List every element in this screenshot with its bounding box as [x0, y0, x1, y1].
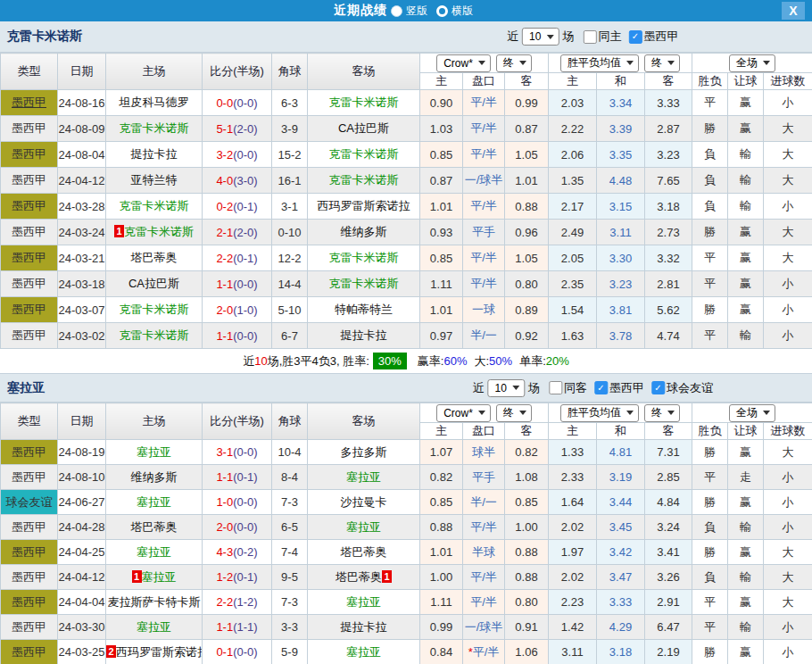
home-team-name[interactable]: 塞拉亚: [137, 620, 171, 634]
mean-odds-home: 1.64: [549, 490, 597, 515]
checkbox-checked[interactable]: ✓: [628, 30, 642, 44]
checkbox-label[interactable]: 同客: [564, 380, 587, 396]
away-team-name[interactable]: 塔巴蒂奥: [336, 570, 382, 584]
home-team-name[interactable]: 麦拉斯萨卡特卡斯: [108, 595, 201, 609]
away-team-name[interactable]: 塞拉亚: [346, 645, 381, 659]
away-team-name[interactable]: 沙拉曼卡: [341, 495, 387, 509]
home-team-name[interactable]: 维纳多斯: [131, 470, 178, 484]
away-team-name[interactable]: 塞拉亚: [346, 520, 381, 534]
away-team-name[interactable]: 克雷卡米诺斯: [329, 147, 399, 161]
home-team-name[interactable]: 克雷卡米诺斯: [120, 199, 189, 212]
mean-odds-home-value: 2.02: [561, 520, 584, 534]
league-type-cell[interactable]: 墨西甲: [1, 590, 58, 615]
mean-odds-select[interactable]: 胜平负均值: [560, 54, 639, 72]
mean-odds-home-value: 1.97: [561, 545, 584, 559]
home-team-name[interactable]: 西玛罗雷斯索诺拉: [116, 645, 203, 659]
chevron-down-icon: [667, 411, 675, 415]
checkbox-label[interactable]: 同主: [598, 29, 621, 45]
league-type-cell[interactable]: 墨西甲: [1, 640, 58, 664]
league-type-cell[interactable]: 墨西甲: [1, 271, 58, 297]
league-type-cell[interactable]: 墨西甲: [1, 565, 58, 590]
league-type-cell[interactable]: 墨西甲: [1, 116, 58, 142]
bookmaker-select[interactable]: Crow*: [436, 54, 491, 72]
home-team-name[interactable]: 提拉卡拉: [131, 147, 178, 161]
vertical-layout-label[interactable]: 竖版: [406, 4, 427, 19]
league-type-cell[interactable]: 墨西甲: [1, 465, 58, 490]
mean-odds-home: 2.35: [549, 271, 597, 297]
mean-odds-draw-value: 3.42: [609, 545, 632, 559]
league-type-cell[interactable]: 墨西甲: [1, 540, 58, 565]
home-team-name[interactable]: 克雷卡米诺斯: [120, 303, 189, 316]
fullmatch-select[interactable]: 全场: [729, 54, 775, 72]
league-type-cell[interactable]: 墨西甲: [1, 440, 58, 465]
away-team-name[interactable]: CA拉巴斯: [338, 121, 389, 135]
checkbox-checked[interactable]: ✓: [651, 381, 665, 394]
mean-odds-draw: 3.44: [597, 490, 645, 515]
mean-stage-select[interactable]: 终: [644, 54, 680, 72]
close-icon[interactable]: X: [782, 2, 805, 20]
home-team-name[interactable]: 克雷卡米诺斯: [124, 225, 194, 238]
league-type-cell[interactable]: 墨西甲: [1, 297, 58, 323]
away-team-name[interactable]: 克雷卡米诺斯: [329, 277, 399, 290]
odds-stage-select[interactable]: 终: [496, 54, 532, 72]
red-card-badge: 1: [114, 225, 124, 237]
corner-cell: 3-1: [272, 194, 308, 220]
league-type-cell[interactable]: 墨西甲: [1, 615, 58, 640]
fullmatch-select[interactable]: 全场: [729, 404, 775, 422]
league-type-cell[interactable]: 墨西甲: [1, 245, 58, 271]
away-team-name[interactable]: 塞拉亚: [346, 470, 381, 484]
match-count-select[interactable]: 10: [522, 28, 559, 46]
handicap-line: 平手: [463, 220, 505, 245]
home-team-name[interactable]: 塞拉亚: [137, 495, 171, 509]
mean-odds-home: 2.02: [549, 515, 597, 540]
checkbox-unchecked[interactable]: [549, 381, 562, 394]
away-team-name[interactable]: 克雷卡米诺斯: [329, 95, 399, 109]
home-team-name[interactable]: 克雷卡米诺斯: [120, 328, 189, 342]
league-type-cell[interactable]: 墨西甲: [1, 323, 58, 349]
league-type-cell[interactable]: 墨西甲: [1, 194, 58, 220]
checkbox-checked[interactable]: ✓: [594, 381, 608, 394]
away-team-name[interactable]: 克雷卡米诺斯: [329, 173, 399, 187]
away-team-name[interactable]: 克雷卡米诺斯: [329, 251, 399, 264]
away-team-name[interactable]: 塔巴蒂奥: [341, 545, 387, 559]
vertical-layout-radio[interactable]: [391, 5, 402, 17]
mean-stage-select[interactable]: 终: [644, 404, 680, 422]
mean-odds-draw-value: 4.48: [609, 174, 632, 187]
home-team-name[interactable]: 坦皮科马德罗: [120, 95, 189, 109]
horizontal-layout-radio[interactable]: [436, 5, 448, 17]
league-type-cell[interactable]: 球会友谊: [1, 490, 58, 515]
league-type-cell[interactable]: 墨西甲: [1, 142, 58, 168]
home-team-name[interactable]: CA拉巴斯: [128, 277, 179, 290]
checkbox-label[interactable]: 墨西甲: [643, 29, 678, 45]
home-team-name[interactable]: 塞拉亚: [142, 570, 177, 584]
home-team-name[interactable]: 塞拉亚: [137, 445, 171, 459]
league-type-cell[interactable]: 墨西甲: [1, 515, 58, 540]
away-team-name[interactable]: 提拉卡拉: [341, 620, 387, 634]
home-team-name[interactable]: 塞拉亚: [137, 545, 171, 559]
away-team-name[interactable]: 多拉多斯: [341, 445, 387, 459]
away-team-name[interactable]: 维纳多斯: [341, 225, 387, 238]
result-goals: 小: [764, 515, 812, 540]
checkbox-label[interactable]: 墨西甲: [609, 380, 644, 396]
home-team-name[interactable]: 塔巴蒂奥: [131, 520, 178, 534]
league-type-cell[interactable]: 墨西甲: [1, 90, 58, 116]
checkbox-label[interactable]: 球会友谊: [667, 380, 713, 396]
away-team-name[interactable]: 塞拉亚: [346, 595, 381, 609]
odds-stage-select[interactable]: 终: [496, 404, 532, 422]
away-team-name[interactable]: 西玛罗雷斯索诺拉: [318, 199, 410, 212]
away-team-cell: 提拉卡拉: [308, 323, 420, 349]
checkbox-unchecked[interactable]: [583, 30, 596, 44]
horizontal-layout-label[interactable]: 横版: [452, 4, 473, 19]
league-type-cell[interactable]: 墨西甲: [1, 220, 58, 245]
away-team-name[interactable]: 提拉卡拉: [341, 328, 387, 342]
home-team-name[interactable]: 克雷卡米诺斯: [120, 121, 189, 135]
halftime-score: (0-2): [233, 545, 257, 559]
mean-odds-draw-value: 3.44: [609, 495, 632, 509]
match-count-select[interactable]: 10: [488, 379, 525, 397]
bookmaker-select[interactable]: Crow*: [436, 404, 491, 422]
league-type-cell[interactable]: 墨西甲: [1, 168, 58, 194]
mean-odds-select[interactable]: 胜平负均值: [560, 404, 639, 422]
away-team-name[interactable]: 特帕蒂特兰: [335, 303, 393, 316]
home-team-name[interactable]: 塔巴蒂奥: [131, 251, 178, 264]
home-team-name[interactable]: 亚特兰特: [131, 173, 178, 187]
